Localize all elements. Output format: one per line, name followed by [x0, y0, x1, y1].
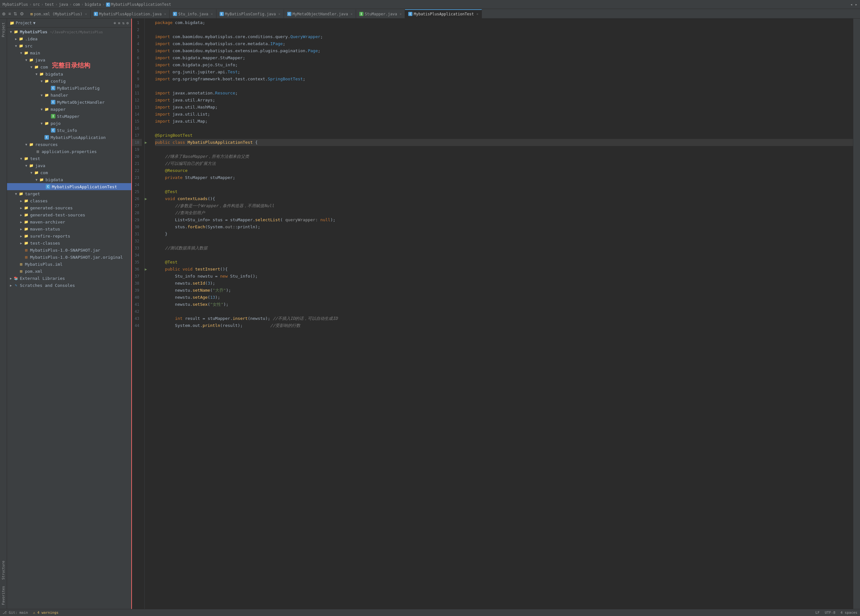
- code-line: [155, 238, 853, 245]
- tree-scratches[interactable]: ▶ ✎ Scratches and Consoles: [7, 282, 131, 289]
- tree-mybatisplusapplication[interactable]: C MybatisPlusApplication: [7, 134, 131, 141]
- sync-button[interactable]: ⊕: [114, 21, 116, 25]
- tree-stumapper[interactable]: I StuMapper: [7, 113, 131, 120]
- sync-icon[interactable]: ⊕: [1, 11, 6, 17]
- tree-test-class[interactable]: C MybatisPlusApplicationTest: [7, 183, 131, 190]
- tree-classes[interactable]: ▶ 📁 classes: [7, 197, 131, 204]
- run-method-gutter-1[interactable]: ▶: [145, 195, 151, 202]
- tree-surefire-reports[interactable]: ▶ 📁 surefire-reports: [7, 232, 131, 240]
- breadcrumb-item[interactable]: com: [73, 2, 80, 7]
- expand-arrow: ▼: [39, 79, 44, 83]
- expand-arrow: ▶: [8, 277, 13, 280]
- settings-button[interactable]: ⚙: [127, 21, 129, 25]
- tree-mymetaobjecthandler[interactable]: C MyMetaObjectHandler: [7, 99, 131, 106]
- tree-handler[interactable]: ▼ 📁 handler: [7, 92, 131, 99]
- tab-stumapper[interactable]: I StuMapper.java ✕: [356, 9, 405, 18]
- tree-test-com[interactable]: ▼ 📁 com: [7, 169, 131, 176]
- tree-application-properties[interactable]: ▤ application.properties: [7, 148, 131, 155]
- code-line: //测试数据库插入数据: [155, 245, 853, 252]
- breadcrumb-item[interactable]: MybatisPlus: [3, 2, 28, 7]
- run-method-gutter-2[interactable]: ▶: [145, 266, 151, 273]
- folder-icon: 📁: [19, 36, 24, 41]
- tree-iml[interactable]: ▤ MybatisPlus.iml: [7, 261, 131, 268]
- tab-mybatisplusapplication[interactable]: C MybatisPlusApplication.java ✕: [91, 9, 170, 18]
- folder-icon: 📁: [24, 50, 29, 55]
- git-branch[interactable]: ⎇ Git: main: [3, 611, 28, 615]
- line-ending[interactable]: LF: [816, 611, 820, 615]
- tab-mymetaobjecthandler[interactable]: C MyMetaObjectHandler.java ✕: [284, 9, 356, 18]
- editor-scroll[interactable]: 1 2 3 4 5 6 7 8 9 10 11 12 13 14 15 16 1: [132, 19, 853, 609]
- dropdown-arrow[interactable]: ▼: [33, 21, 36, 25]
- tree-src[interactable]: ▼ 📁 src: [7, 42, 131, 49]
- tab-stu-info[interactable]: C Stu_info.java ✕: [170, 9, 217, 18]
- expand-icon[interactable]: ⇅: [13, 11, 18, 17]
- expand-arrow: ▶: [13, 37, 19, 41]
- breadcrumb: MybatisPlus › src › test › java › com › …: [0, 0, 860, 9]
- tree-main[interactable]: ▼ 📁 main: [7, 49, 131, 56]
- expand-arrow: ▶: [19, 234, 24, 238]
- tab-close[interactable]: ✕: [85, 12, 87, 16]
- tree-root[interactable]: ▼ 📁 MybatisPlus ~/JavaProject/MybatisPlu…: [7, 28, 131, 35]
- tree-generated-sources[interactable]: ▶ 📁 generated-sources: [7, 204, 131, 211]
- indent[interactable]: 4 spaces: [840, 611, 857, 615]
- tree-test[interactable]: ▼ 📁 test: [7, 155, 131, 162]
- folder-icon: 📁: [19, 43, 24, 49]
- settings-icon[interactable]: ⚙: [19, 11, 25, 17]
- tree-external-libs[interactable]: ▶ 📚 External Libraries: [7, 275, 131, 282]
- collapse-all-button[interactable]: ≡: [118, 21, 120, 25]
- tab-mybatisplusconfig[interactable]: C MyBatisPlusConfig.java ✕: [217, 9, 284, 18]
- tree-maven-archiver[interactable]: ▶ 📁 maven-archiver: [7, 218, 131, 226]
- code-content[interactable]: package com.bigdata; import com.baomidou…: [151, 19, 853, 609]
- breadcrumb-item[interactable]: bigdata: [85, 2, 101, 7]
- tab-pom-xml[interactable]: ▤ pom.xml (MybatisPlus) ✕: [27, 9, 90, 18]
- encoding[interactable]: UTF-8: [825, 611, 835, 615]
- tree-maven-status[interactable]: ▶ 📁 maven-status: [7, 226, 131, 232]
- tree-main-java[interactable]: ▼ 📁 java: [7, 56, 131, 63]
- tree-test-java[interactable]: ▼ 📁 java: [7, 162, 131, 169]
- warnings-badge[interactable]: ⚠ 4 warnings: [33, 611, 58, 615]
- breadcrumb-item[interactable]: src: [33, 2, 40, 7]
- nav-forward-icon[interactable]: ▸: [855, 2, 857, 7]
- code-line: @Test: [155, 259, 853, 266]
- tree-config[interactable]: ▼ 📁 config: [7, 77, 131, 85]
- tree-mybatisplusconfig[interactable]: C MyBatisPlusConfig: [7, 85, 131, 92]
- tab-close[interactable]: ✕: [400, 12, 402, 16]
- expand-all-button[interactable]: ⇅: [122, 21, 124, 25]
- expand-arrow: ▼: [13, 44, 19, 48]
- tab-mybatisplusapplicationtest[interactable]: C MybatisPlusApplicationTest ✕: [405, 9, 482, 18]
- expand-arrow: ▼: [34, 72, 39, 76]
- favorites-tab[interactable]: Favorites: [1, 583, 6, 608]
- tab-close[interactable]: ✕: [211, 12, 213, 16]
- tree-target[interactable]: ▼ 📁 target: [7, 190, 131, 197]
- breadcrumb-item[interactable]: java: [59, 2, 68, 7]
- tab-close[interactable]: ✕: [164, 12, 166, 16]
- breadcrumb-item[interactable]: test: [45, 2, 54, 7]
- run-class-gutter[interactable]: ▶: [145, 139, 151, 146]
- tree-bigdata[interactable]: ▼ 📁 bigdata: [7, 71, 131, 77]
- tree-test-classes[interactable]: ▶ 📁 test-classes: [7, 240, 131, 246]
- tab-close[interactable]: ✕: [476, 12, 479, 16]
- folder-icon: 📁: [44, 92, 49, 98]
- code-line: [155, 181, 853, 188]
- tree-jar-original[interactable]: ▤ MybatisPlus-1.0-SNAPSHOT.jar.original: [7, 254, 131, 261]
- code-line: import com.baomidou.mybatisplus.extensio…: [155, 47, 853, 55]
- bottom-panel: ⎇ Git: main ⚠ 4 warnings LF UTF-8 4 spac…: [0, 609, 860, 616]
- tree-mapper[interactable]: ▼ 📁 mapper: [7, 106, 131, 113]
- tree-main-com[interactable]: ▼ 📁 com: [7, 63, 131, 71]
- collapse-icon[interactable]: ≡: [8, 11, 11, 17]
- nav-back-icon[interactable]: ◂: [851, 2, 853, 7]
- tree-test-bigdata[interactable]: ▼ 📁 bigdata: [7, 176, 131, 183]
- tree-idea[interactable]: ▶ 📁 .idea: [7, 35, 131, 42]
- structure-tab[interactable]: Structure: [1, 558, 6, 582]
- folder-icon: 📁: [44, 121, 49, 126]
- tree-stu-info[interactable]: C Stu_info: [7, 127, 131, 134]
- tab-close[interactable]: ✕: [351, 12, 353, 16]
- tab-close[interactable]: ✕: [279, 12, 281, 16]
- tree-generated-test-sources[interactable]: ▶ 📁 generated-test-sources: [7, 211, 131, 218]
- tree-jar[interactable]: ▤ MybatisPlus-1.0-SNAPSHOT.jar: [7, 246, 131, 254]
- tree-pojo[interactable]: ▼ 📁 pojo: [7, 120, 131, 127]
- tree-pom-xml[interactable]: ▤ pom.xml: [7, 268, 131, 275]
- project-tab[interactable]: Project: [1, 20, 6, 40]
- tab-c-icon: C: [287, 12, 291, 16]
- tree-resources[interactable]: ▼ 📁 resources: [7, 141, 131, 148]
